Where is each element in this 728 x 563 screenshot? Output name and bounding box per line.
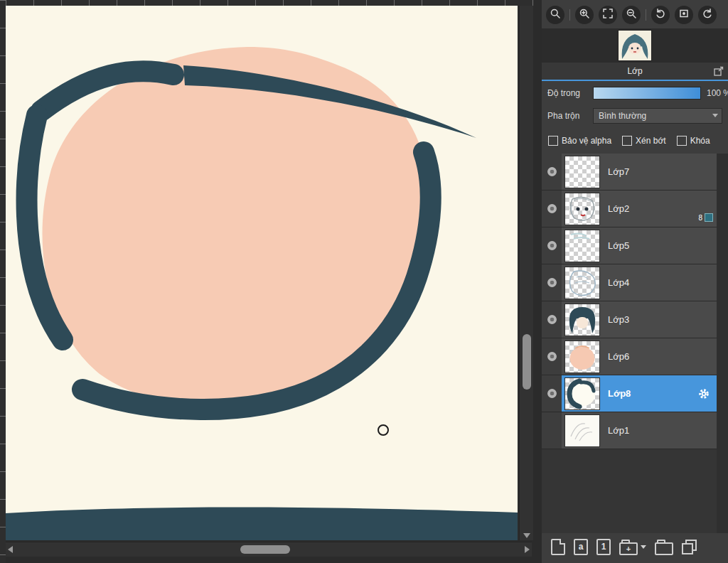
layer-thumbnail[interactable]	[565, 341, 599, 372]
opacity-slider[interactable]	[593, 87, 701, 100]
layer-row[interactable]: Lớp7	[542, 154, 717, 191]
tab-layers-label: Lớp	[627, 66, 642, 76]
chevron-down-icon	[641, 545, 646, 549]
layer-row[interactable]: Lớp8	[542, 375, 717, 412]
visibility-dot-icon	[547, 167, 557, 176]
layer-row[interactable]: Lớp4	[542, 264, 717, 301]
rotate-cw-button[interactable]	[698, 6, 717, 24]
drawing-canvas[interactable]	[6, 6, 518, 540]
horizontal-scrollbar-thumb[interactable]	[240, 545, 290, 554]
visibility-dot-icon	[547, 204, 557, 213]
layer-list-scroll-gutter[interactable]	[717, 154, 728, 533]
visibility-toggle[interactable]	[542, 264, 562, 301]
layer-row[interactable]: Lớp3	[542, 301, 717, 338]
scroll-left-arrow-icon[interactable]	[8, 546, 13, 553]
layer-row[interactable]: Lớp5	[542, 227, 717, 264]
visibility-toggle[interactable]	[542, 154, 562, 190]
layer-row-content[interactable]: Lớp7	[562, 154, 717, 190]
layer-row-content[interactable]: Lớp5	[562, 227, 717, 264]
visibility-toggle[interactable]	[542, 412, 562, 449]
layer-name: Lớp3	[608, 314, 629, 325]
navigator-thumbnail[interactable]	[619, 31, 651, 60]
layer-list: Lớp7Lớp28Lớp5Lớp4Lớp3Lớp6Lớp8Lớp1	[542, 154, 717, 533]
visibility-toggle[interactable]	[542, 301, 562, 338]
layer-row[interactable]: Lớp6	[542, 338, 717, 375]
tab-layers[interactable]: Lớp	[542, 63, 728, 81]
folder-button[interactable]	[655, 539, 673, 555]
scroll-down-arrow-icon[interactable]	[523, 533, 530, 538]
layer-row-content[interactable]: Lớp3	[562, 301, 717, 338]
layer-row-content[interactable]: Lớp1	[562, 412, 717, 449]
layer-row-content[interactable]: Lớp4	[562, 264, 717, 301]
popout-panel-icon[interactable]	[714, 66, 724, 76]
visibility-toggle[interactable]	[542, 375, 562, 412]
reset-view-button[interactable]	[675, 6, 693, 24]
layer-thumbnail[interactable]	[565, 156, 599, 188]
layer-thumbnail[interactable]	[565, 267, 599, 299]
visibility-dot-icon	[547, 389, 557, 398]
visibility-dot-icon	[547, 315, 557, 324]
layer-name: Lớp5	[608, 240, 629, 251]
toolbar-separator	[569, 9, 570, 21]
new-layer-button[interactable]	[551, 539, 565, 555]
xen-bot-checkbox[interactable]	[622, 136, 632, 146]
layer-name: Lớp8	[608, 388, 631, 399]
layer-settings-gear-icon[interactable]	[697, 387, 710, 400]
fit-screen-button[interactable]	[599, 6, 617, 24]
zoom-out-button[interactable]	[622, 6, 641, 24]
layer-row[interactable]: Lớp1	[542, 412, 717, 449]
option-label: Xén bớt	[636, 136, 666, 146]
layer-row-content[interactable]: Lớp6	[562, 338, 717, 375]
visibility-dot-icon	[547, 352, 557, 361]
layer-badge-swatch	[705, 213, 713, 222]
add-folder-icon: +	[619, 542, 638, 555]
horizontal-scrollbar[interactable]	[6, 542, 532, 557]
reset-view-icon	[678, 8, 690, 22]
layer-panel: Lớp Độ trong 100 % Pha trộn Bình thường …	[542, 0, 728, 563]
layer-toolbar: a1+	[542, 535, 728, 559]
rotate-ccw-icon	[655, 8, 666, 22]
ruler-vertical	[0, 0, 6, 563]
layer-name: Lớp7	[608, 166, 629, 177]
vertical-scrollbar[interactable]	[519, 6, 534, 540]
add-folder-button[interactable]: +	[619, 539, 646, 555]
khoa-checkbox[interactable]	[677, 136, 687, 146]
khoa-option[interactable]: Khóa	[677, 136, 710, 146]
layer-thumbnail[interactable]	[565, 304, 599, 336]
text-layer-button[interactable]: a	[574, 539, 588, 555]
opacity-value: 100 %	[707, 88, 728, 98]
blend-mode-dropdown[interactable]: Bình thường	[593, 108, 722, 124]
canvas-artwork	[6, 6, 518, 540]
layer-row[interactable]: Lớp28	[542, 191, 717, 227]
layer-thumbnail[interactable]	[565, 378, 599, 409]
layer-thumbnail[interactable]	[565, 230, 599, 262]
visibility-toggle[interactable]	[542, 227, 562, 264]
fit-screen-icon	[602, 8, 614, 22]
opacity-row: Độ trong 100 %	[542, 85, 728, 101]
layer-thumbnail[interactable]	[565, 415, 599, 446]
halftone-layer-icon: 1	[596, 539, 611, 555]
rotate-ccw-button[interactable]	[651, 6, 670, 24]
zoom-in-button[interactable]	[575, 6, 594, 24]
vertical-scrollbar-thumb[interactable]	[523, 334, 531, 390]
halftone-layer-button[interactable]: 1	[596, 539, 611, 555]
text-layer-icon: a	[574, 539, 588, 555]
rotate-cw-icon	[702, 8, 713, 22]
new-layer-icon	[551, 539, 565, 555]
visibility-toggle[interactable]	[542, 338, 562, 375]
visibility-dot-icon	[547, 241, 557, 250]
option-label: Bảo vệ alpha	[562, 136, 611, 146]
layer-row-content[interactable]: Lớp8	[562, 375, 717, 412]
duplicate-layer-button[interactable]	[682, 540, 697, 554]
layer-row-content[interactable]: Lớp28	[562, 191, 717, 227]
bao-ve-alpha-option[interactable]: Bảo vệ alpha	[548, 136, 611, 146]
toolbar-separator	[646, 9, 646, 21]
blend-row: Pha trộn Bình thường	[542, 108, 728, 124]
xen-bot-option[interactable]: Xén bớt	[622, 136, 666, 146]
layer-thumbnail[interactable]	[565, 193, 599, 225]
layer-name: Lớp6	[608, 351, 629, 362]
scroll-right-arrow-icon[interactable]	[525, 546, 530, 553]
visibility-toggle[interactable]	[542, 191, 562, 227]
zoom-tool-button[interactable]	[546, 6, 564, 24]
bao-ve-alpha-checkbox[interactable]	[548, 136, 558, 146]
